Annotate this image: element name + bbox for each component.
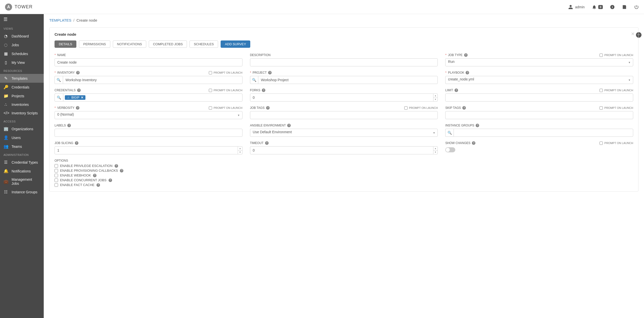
job-slicing-input[interactable] (55, 146, 238, 154)
tab-completed-jobs[interactable]: COMPLETED JOBS (149, 40, 187, 48)
help-icon[interactable]: ? (268, 71, 272, 74)
help-icon[interactable]: ? (75, 141, 78, 145)
show-changes-toggle[interactable] (445, 147, 455, 152)
help-icon[interactable]: ? (287, 124, 291, 127)
sidebar-item-myview[interactable]: ▯My View (0, 58, 44, 67)
help-icon[interactable]: ? (93, 174, 96, 177)
inventory-input[interactable] (63, 76, 242, 84)
job-type-select[interactable]: Run (445, 58, 633, 66)
forks-spinner[interactable]: ▲▼ (433, 94, 438, 102)
playbook-select[interactable]: create_node.yml (445, 76, 633, 84)
help-icon[interactable]: ? (472, 141, 475, 145)
labels-input[interactable] (55, 129, 242, 137)
help-icon[interactable]: ? (462, 106, 466, 110)
instance-groups-input[interactable] (454, 129, 633, 137)
opt-webhook[interactable]: ENABLE WEBHOOK ? (55, 173, 633, 177)
help-icon[interactable]: ? (96, 183, 100, 187)
prompt-limit[interactable]: PROMPT ON LAUNCH (600, 89, 633, 92)
help-icon[interactable]: ? (455, 88, 458, 92)
tab-permissions[interactable]: PERMISSIONS (79, 40, 110, 48)
limit-input[interactable] (445, 94, 633, 102)
chip-remove-icon[interactable]: ✕ (81, 96, 83, 99)
opt-concurrent-jobs[interactable]: ENABLE CONCURRENT JOBS ? (55, 178, 633, 182)
help-icon[interactable]: ? (466, 71, 469, 74)
search-icon[interactable]: 🔍 (55, 76, 63, 84)
search-icon[interactable]: 🔍 (55, 94, 63, 102)
help-icon[interactable]: ? (464, 53, 468, 57)
description-input[interactable] (250, 58, 438, 66)
prompt-credentials[interactable]: PROMPT ON LAUNCH (209, 89, 242, 92)
sidebar-item-credentials[interactable]: 🔑Credentials (0, 83, 44, 92)
tab-details[interactable]: DETAILS (55, 40, 76, 48)
sidebar-item-inventory-scripts[interactable]: </>Inventory Scripts (0, 109, 44, 117)
sidebar-item-schedules[interactable]: ▦Schedules (0, 49, 44, 58)
prompt-skiptags[interactable]: PROMPT ON LAUNCH (600, 106, 633, 110)
chevron-down-icon[interactable]: ▼ (433, 151, 438, 154)
prompt-inventory[interactable]: PROMPT ON LAUNCH (209, 71, 242, 74)
help-icon[interactable]: ? (265, 141, 269, 145)
sidebar-item-teams[interactable]: 👥Teams (0, 142, 44, 151)
prompt-showchanges[interactable]: PROMPT ON LAUNCH (600, 142, 633, 145)
notifications-button[interactable]: 0 (592, 5, 603, 10)
help-icon[interactable]: ? (109, 178, 112, 182)
project-input[interactable] (258, 76, 438, 84)
skip-tags-input[interactable] (445, 111, 633, 119)
sidebar-item-jobs[interactable]: ◌Jobs (0, 40, 44, 49)
help-icon[interactable]: ? (120, 169, 123, 172)
code-icon: </> (4, 111, 8, 115)
chevron-up-icon[interactable]: ▲ (238, 147, 242, 151)
prompt-verbosity[interactable]: PROMPT ON LAUNCH (209, 106, 242, 110)
help-icon[interactable]: ? (476, 124, 479, 127)
opt-fact-cache[interactable]: ENABLE FACT CACHE ? (55, 183, 633, 187)
opt-priv-escalation[interactable]: ENABLE PRIVILEGE ESCALATION ? (55, 164, 633, 168)
close-icon[interactable]: ✕ (631, 31, 635, 37)
forks-input[interactable] (250, 94, 433, 102)
chevron-up-icon[interactable]: ▲ (433, 147, 438, 151)
help-icon[interactable]: ? (115, 164, 118, 168)
sidebar-item-notifications[interactable]: 🔔Notifications (0, 167, 44, 175)
chevron-down-icon[interactable]: ▼ (433, 98, 438, 102)
chevron-down-icon[interactable]: ▼ (238, 151, 242, 154)
hamburger-button[interactable]: ☰ (0, 14, 44, 25)
search-icon[interactable]: 🔍 (250, 76, 258, 84)
opt-prov-callbacks[interactable]: ENABLE PROVISIONING CALLBACKS ? (55, 169, 633, 172)
panel-title: Create node (55, 32, 633, 36)
help-icon[interactable]: ? (266, 106, 270, 110)
job-tags-input[interactable] (250, 111, 438, 119)
sidebar-item-projects[interactable]: 📁Projects (0, 92, 44, 100)
section-access: ACCESS (0, 117, 44, 124)
sidebar-item-templates[interactable]: ✎Templates (0, 74, 44, 83)
timeout-input[interactable] (250, 146, 433, 154)
add-survey-button[interactable]: ADD SURVEY (221, 40, 250, 48)
verbosity-select[interactable]: 0 (Normal) (55, 111, 242, 119)
prompt-jobtags[interactable]: PROMPT ON LAUNCH (404, 106, 438, 110)
ansible-env-select[interactable]: Use Default Environment (250, 129, 438, 137)
help-icon[interactable]: ? (77, 88, 81, 92)
help-icon[interactable]: ? (76, 106, 79, 110)
tab-schedules[interactable]: SCHEDULES (189, 40, 218, 48)
jobslicing-spinner[interactable]: ▲▼ (238, 146, 242, 154)
sidebar-item-dashboard[interactable]: ◔Dashboard (0, 32, 44, 40)
sidebar-item-inventories[interactable]: ⛬Inventories (0, 100, 44, 109)
power-icon[interactable] (634, 5, 639, 10)
name-input[interactable] (55, 58, 242, 66)
help-icon[interactable]: ? (262, 88, 265, 92)
chevron-up-icon[interactable]: ▲ (433, 94, 438, 98)
sidebar-item-organizations[interactable]: 🏢Organizations (0, 124, 44, 133)
tab-notifications[interactable]: NOTIFICATIONS (113, 40, 146, 48)
help-icon[interactable]: ? (67, 124, 71, 127)
credential-chip[interactable]: ⛬BIGIP✕ (65, 95, 85, 100)
sidebar-item-instance-groups[interactable]: ☷Instance Groups (0, 188, 44, 196)
search-icon[interactable]: 🔍 (445, 129, 454, 137)
help-icon[interactable]: ? (76, 71, 80, 74)
credentials-input[interactable]: ⛬BIGIP✕ (63, 94, 242, 102)
sidebar-item-management-jobs[interactable]: 💼Management Jobs (0, 175, 44, 188)
sidebar-item-users[interactable]: 👤Users (0, 133, 44, 142)
user-menu[interactable]: admin (568, 5, 585, 10)
prompt-jobtype[interactable]: PROMPT ON LAUNCH (600, 54, 633, 57)
breadcrumb-root[interactable]: TEMPLATES (49, 18, 71, 22)
info-icon[interactable]: i (610, 5, 615, 10)
docs-icon[interactable] (622, 5, 627, 10)
sidebar-item-credential-types[interactable]: ☰Credential Types (0, 158, 44, 167)
timeout-spinner[interactable]: ▲▼ (433, 146, 438, 154)
